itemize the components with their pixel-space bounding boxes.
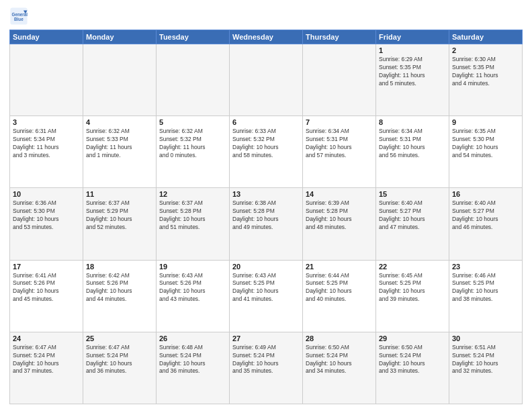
day-number: 8	[379, 118, 446, 126]
day-number: 14	[306, 190, 373, 198]
day-number: 11	[86, 190, 153, 198]
day-cell: 25Sunrise: 6:47 AM Sunset: 5:24 PM Dayli…	[83, 332, 157, 404]
day-number: 20	[232, 263, 300, 271]
day-cell: 2Sunrise: 6:30 AM Sunset: 5:35 PM Daylig…	[449, 44, 523, 116]
day-cell: 6Sunrise: 6:33 AM Sunset: 5:32 PM Daylig…	[230, 116, 303, 188]
calendar-table: SundayMondayTuesdayWednesdayThursdayFrid…	[9, 30, 523, 404]
day-info: Sunrise: 6:46 AM Sunset: 5:25 PM Dayligh…	[452, 272, 519, 304]
day-cell: 16Sunrise: 6:40 AM Sunset: 5:27 PM Dayli…	[449, 188, 523, 260]
day-info: Sunrise: 6:51 AM Sunset: 5:24 PM Dayligh…	[452, 344, 519, 376]
day-cell: 24Sunrise: 6:47 AM Sunset: 5:24 PM Dayli…	[10, 332, 83, 404]
day-info: Sunrise: 6:29 AM Sunset: 5:35 PM Dayligh…	[379, 56, 446, 88]
day-info: Sunrise: 6:48 AM Sunset: 5:24 PM Dayligh…	[159, 344, 226, 376]
day-info: Sunrise: 6:47 AM Sunset: 5:24 PM Dayligh…	[86, 344, 153, 376]
weekday-header-thursday: Thursday	[303, 30, 376, 44]
day-info: Sunrise: 6:30 AM Sunset: 5:35 PM Dayligh…	[452, 56, 519, 88]
day-number: 16	[452, 190, 519, 198]
day-cell: 14Sunrise: 6:39 AM Sunset: 5:28 PM Dayli…	[303, 188, 376, 260]
day-info: Sunrise: 6:50 AM Sunset: 5:24 PM Dayligh…	[379, 344, 446, 376]
day-info: Sunrise: 6:47 AM Sunset: 5:24 PM Dayligh…	[13, 344, 80, 376]
day-info: Sunrise: 6:50 AM Sunset: 5:24 PM Dayligh…	[306, 344, 373, 376]
day-number: 12	[159, 190, 226, 198]
day-number: 3	[13, 118, 80, 126]
day-number: 22	[379, 263, 446, 271]
day-info: Sunrise: 6:32 AM Sunset: 5:33 PM Dayligh…	[86, 128, 153, 160]
weekday-header-friday: Friday	[376, 30, 449, 44]
day-cell: 27Sunrise: 6:49 AM Sunset: 5:24 PM Dayli…	[230, 332, 303, 404]
week-row-5: 24Sunrise: 6:47 AM Sunset: 5:24 PM Dayli…	[10, 332, 523, 404]
weekday-header-tuesday: Tuesday	[157, 30, 230, 44]
day-info: Sunrise: 6:34 AM Sunset: 5:31 PM Dayligh…	[306, 128, 373, 160]
day-number: 18	[86, 263, 153, 271]
day-cell: 23Sunrise: 6:46 AM Sunset: 5:25 PM Dayli…	[449, 260, 523, 332]
day-cell: 15Sunrise: 6:40 AM Sunset: 5:27 PM Dayli…	[376, 188, 449, 260]
page: General Blue SundayMondayTuesdayWednesda…	[0, 0, 532, 411]
day-cell: 30Sunrise: 6:51 AM Sunset: 5:24 PM Dayli…	[449, 332, 523, 404]
day-number: 29	[379, 334, 446, 342]
header: General Blue	[9, 7, 523, 26]
weekday-header-monday: Monday	[83, 30, 157, 44]
week-row-2: 3Sunrise: 6:31 AM Sunset: 5:34 PM Daylig…	[10, 116, 523, 188]
day-cell: 22Sunrise: 6:45 AM Sunset: 5:25 PM Dayli…	[376, 260, 449, 332]
day-info: Sunrise: 6:45 AM Sunset: 5:25 PM Dayligh…	[379, 272, 446, 304]
day-info: Sunrise: 6:44 AM Sunset: 5:25 PM Dayligh…	[306, 272, 373, 304]
day-info: Sunrise: 6:33 AM Sunset: 5:32 PM Dayligh…	[232, 128, 300, 160]
day-cell	[83, 44, 157, 116]
day-info: Sunrise: 6:32 AM Sunset: 5:32 PM Dayligh…	[159, 128, 226, 160]
day-info: Sunrise: 6:43 AM Sunset: 5:25 PM Dayligh…	[232, 272, 300, 304]
day-number: 24	[13, 334, 80, 342]
week-row-4: 17Sunrise: 6:41 AM Sunset: 5:26 PM Dayli…	[10, 260, 523, 332]
day-info: Sunrise: 6:35 AM Sunset: 5:30 PM Dayligh…	[452, 128, 519, 160]
day-number: 2	[452, 46, 519, 54]
day-number: 26	[159, 334, 226, 342]
day-number: 28	[306, 334, 373, 342]
week-row-1: 1Sunrise: 6:29 AM Sunset: 5:35 PM Daylig…	[10, 44, 523, 116]
logo: General Blue	[9, 7, 28, 26]
day-info: Sunrise: 6:34 AM Sunset: 5:31 PM Dayligh…	[379, 128, 446, 160]
day-number: 25	[86, 334, 153, 342]
day-number: 19	[159, 263, 226, 271]
day-cell: 19Sunrise: 6:43 AM Sunset: 5:26 PM Dayli…	[157, 260, 230, 332]
day-cell: 13Sunrise: 6:38 AM Sunset: 5:28 PM Dayli…	[230, 188, 303, 260]
weekday-header-sunday: Sunday	[10, 30, 83, 44]
day-info: Sunrise: 6:40 AM Sunset: 5:27 PM Dayligh…	[452, 199, 519, 232]
day-cell: 29Sunrise: 6:50 AM Sunset: 5:24 PM Dayli…	[376, 332, 449, 404]
day-number: 23	[452, 263, 519, 271]
day-cell: 4Sunrise: 6:32 AM Sunset: 5:33 PM Daylig…	[83, 116, 157, 188]
day-info: Sunrise: 6:38 AM Sunset: 5:28 PM Dayligh…	[232, 199, 300, 232]
day-cell: 1Sunrise: 6:29 AM Sunset: 5:35 PM Daylig…	[376, 44, 449, 116]
day-cell: 20Sunrise: 6:43 AM Sunset: 5:25 PM Dayli…	[230, 260, 303, 332]
day-cell: 26Sunrise: 6:48 AM Sunset: 5:24 PM Dayli…	[157, 332, 230, 404]
day-info: Sunrise: 6:49 AM Sunset: 5:24 PM Dayligh…	[232, 344, 300, 376]
day-info: Sunrise: 6:37 AM Sunset: 5:29 PM Dayligh…	[86, 199, 153, 232]
day-number: 10	[13, 190, 80, 198]
weekday-header-wednesday: Wednesday	[230, 30, 303, 44]
day-cell: 9Sunrise: 6:35 AM Sunset: 5:30 PM Daylig…	[449, 116, 523, 188]
day-number: 4	[86, 118, 153, 126]
day-number: 21	[306, 263, 373, 271]
day-number: 17	[13, 263, 80, 271]
day-number: 27	[232, 334, 300, 342]
day-cell	[303, 44, 376, 116]
day-cell: 7Sunrise: 6:34 AM Sunset: 5:31 PM Daylig…	[303, 116, 376, 188]
day-cell	[10, 44, 83, 116]
day-number: 7	[306, 118, 373, 126]
day-number: 6	[232, 118, 300, 126]
day-info: Sunrise: 6:41 AM Sunset: 5:26 PM Dayligh…	[13, 272, 80, 304]
day-cell: 10Sunrise: 6:36 AM Sunset: 5:30 PM Dayli…	[10, 188, 83, 260]
day-cell: 17Sunrise: 6:41 AM Sunset: 5:26 PM Dayli…	[10, 260, 83, 332]
svg-text:Blue: Blue	[14, 17, 24, 21]
day-number: 30	[452, 334, 519, 342]
day-cell: 18Sunrise: 6:42 AM Sunset: 5:26 PM Dayli…	[83, 260, 157, 332]
day-info: Sunrise: 6:37 AM Sunset: 5:28 PM Dayligh…	[159, 199, 226, 232]
day-cell	[157, 44, 230, 116]
day-cell: 3Sunrise: 6:31 AM Sunset: 5:34 PM Daylig…	[10, 116, 83, 188]
day-info: Sunrise: 6:31 AM Sunset: 5:34 PM Dayligh…	[13, 128, 80, 160]
day-info: Sunrise: 6:39 AM Sunset: 5:28 PM Dayligh…	[306, 199, 373, 232]
day-info: Sunrise: 6:40 AM Sunset: 5:27 PM Dayligh…	[379, 199, 446, 232]
day-cell: 12Sunrise: 6:37 AM Sunset: 5:28 PM Dayli…	[157, 188, 230, 260]
day-number: 1	[379, 46, 446, 54]
day-cell: 28Sunrise: 6:50 AM Sunset: 5:24 PM Dayli…	[303, 332, 376, 404]
weekday-header-saturday: Saturday	[449, 30, 523, 44]
day-number: 9	[452, 118, 519, 126]
